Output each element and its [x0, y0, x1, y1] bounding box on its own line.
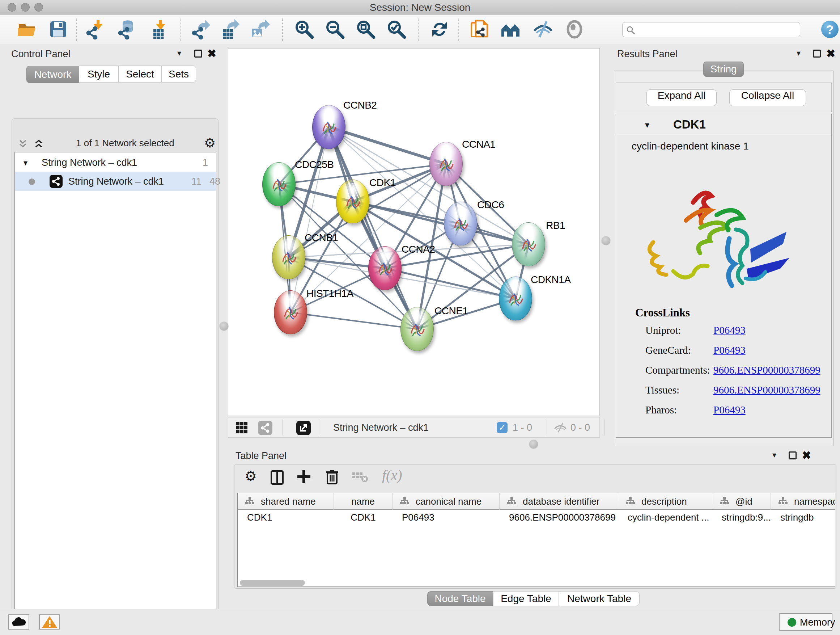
column-header-name[interactable]: name [334, 493, 393, 510]
hide-panel-button[interactable] [533, 19, 553, 40]
edge-HIST1H1A-CCNE1[interactable] [291, 312, 417, 329]
node-table[interactable]: shared namenamecanonical namedatabase id… [237, 493, 835, 587]
home-layout-button[interactable] [501, 19, 521, 40]
grid-view-icon[interactable] [235, 421, 248, 434]
tab-node-table[interactable]: Node Table [427, 591, 493, 606]
table-panel-menu-icon[interactable]: ▾ [772, 450, 776, 460]
node-CCNA1[interactable] [429, 142, 463, 186]
tab-network[interactable]: Network [26, 66, 79, 83]
results-panel-float-icon[interactable] [813, 50, 821, 57]
crosslink-link[interactable]: 9606.ENSP00000378699 [714, 364, 821, 376]
node-CCNB1[interactable] [272, 235, 305, 279]
cdk1-caret-icon[interactable]: ▾ [645, 120, 649, 130]
crosslink-link[interactable]: P06493 [714, 404, 745, 416]
tab-string[interactable]: String [703, 62, 744, 77]
expand-all-icon[interactable] [33, 138, 44, 149]
control-panel-float-icon[interactable] [194, 50, 202, 57]
import-network-database-button[interactable] [117, 19, 137, 40]
tab-style[interactable]: Style [79, 65, 118, 82]
import-network-file-button[interactable] [85, 19, 105, 40]
share-view-icon[interactable] [258, 421, 272, 435]
zoom-out-icon [325, 19, 345, 40]
string-import-button[interactable] [470, 19, 490, 40]
table-cell[interactable]: CDK1 [334, 512, 393, 526]
export-network-button[interactable] [191, 19, 211, 40]
node-CDKN1A[interactable] [499, 277, 532, 321]
table-horizontal-scrollbar[interactable] [240, 580, 305, 586]
zoom-fit-button[interactable] [355, 19, 376, 40]
column-chooser-icon[interactable] [271, 470, 284, 485]
save-session-button[interactable] [48, 19, 68, 40]
column-header-canonical-name[interactable]: canonical name [393, 493, 500, 510]
show-panel-button[interactable] [564, 19, 584, 40]
control-panel-close-icon[interactable]: ✖ [207, 47, 216, 60]
network-options-gear-icon[interactable]: ⚙ [204, 135, 216, 150]
column-header-database-identifier[interactable]: database identifier [500, 493, 618, 510]
table-panel-close-icon[interactable]: ✖ [802, 449, 811, 462]
node-CDC6[interactable] [444, 202, 477, 246]
network-canvas[interactable]: CCNB2CCNA1CDC25BCDK1CDC6RB1CCNB1CCNA2CDK… [228, 48, 600, 416]
column-header-shared-name[interactable]: shared name [238, 493, 334, 510]
open-session-button[interactable] [17, 19, 37, 40]
crosslink-link[interactable]: P06493 [714, 325, 745, 336]
crosslink-link[interactable]: P06493 [714, 344, 745, 356]
table-cell[interactable]: stringdb [780, 512, 835, 526]
crosslink-link[interactable]: 9606.ENSP00000378699 [714, 384, 821, 396]
node-CDC25B[interactable] [262, 162, 295, 206]
column-header-description[interactable]: description [618, 493, 712, 510]
collection-caret-icon[interactable]: ▾ [24, 158, 27, 168]
zoom-out-button[interactable] [325, 19, 345, 40]
detach-view-icon[interactable] [296, 421, 311, 435]
expand-all-button[interactable]: Expand All [646, 89, 717, 106]
delete-column-icon[interactable] [325, 469, 339, 485]
table-cell[interactable]: 9606.ENSP00000378699 [509, 512, 618, 526]
hidden-eye-icon[interactable] [553, 422, 568, 433]
node-CCNE1[interactable] [401, 307, 434, 351]
memory-button[interactable]: Memory [779, 613, 832, 631]
node-CDK1[interactable] [336, 180, 369, 224]
control-panel: Control Panel ▾ ✖ Network Style Select S… [4, 44, 220, 607]
export-image-button[interactable] [249, 19, 270, 40]
node-HIST1H1A[interactable] [274, 290, 307, 334]
edge-CCNB2-CCNA1[interactable] [329, 127, 446, 164]
node-RB1[interactable] [512, 222, 545, 266]
selected-nodes-checkbox[interactable]: ✓ [497, 422, 508, 433]
node-CCNB2[interactable] [312, 105, 346, 149]
search-box[interactable] [622, 22, 800, 37]
results-panel-menu-icon[interactable]: ▾ [797, 49, 801, 58]
cdk1-section-header[interactable]: ▾ CDK1 [616, 114, 831, 135]
right-splitter-handle[interactable] [601, 236, 611, 245]
control-panel-menu-icon[interactable]: ▾ [177, 49, 181, 58]
tab-edge-table[interactable]: Edge Table [493, 591, 559, 606]
table-cell[interactable]: cyclin-dependent ... [628, 512, 712, 526]
tab-select[interactable]: Select [118, 65, 161, 82]
left-splitter-handle[interactable] [219, 321, 229, 331]
node-CCNA2[interactable] [368, 246, 401, 290]
zoom-selected-button[interactable] [386, 19, 407, 40]
eye-icon [564, 19, 584, 40]
table-cell[interactable]: stringdb:9... [722, 512, 771, 526]
add-column-icon[interactable] [297, 470, 311, 484]
warnings-button[interactable] [39, 614, 60, 630]
collapse-all-icon[interactable] [17, 138, 28, 149]
tab-sets[interactable]: Sets [161, 65, 196, 82]
results-panel-close-icon[interactable]: ✖ [826, 47, 835, 60]
table-cell[interactable]: P06493 [402, 512, 500, 526]
table-settings-gear-icon[interactable]: ⚙ [245, 468, 257, 484]
tab-network-label[interactable]: Network [27, 66, 79, 83]
network-row[interactable]: String Network – cdk1 11 48 [15, 172, 216, 191]
collapse-all-button[interactable]: Collapse All [729, 89, 806, 106]
column-header-namespace[interactable]: namespace [771, 493, 835, 510]
search-input[interactable] [638, 24, 794, 35]
refresh-view-button[interactable] [429, 19, 450, 40]
tab-network-table[interactable]: Network Table [559, 591, 639, 606]
table-panel-float-icon[interactable] [789, 451, 797, 459]
help-button[interactable]: ? [821, 21, 838, 38]
zoom-in-button[interactable] [294, 19, 314, 40]
table-cell[interactable]: CDK1 [247, 512, 334, 526]
network-collection-row[interactable]: ▾ String Network – cdk1 1 [15, 153, 216, 172]
column-header--id[interactable]: @id [712, 493, 771, 510]
import-table-button[interactable] [150, 19, 170, 40]
export-table-button[interactable] [220, 19, 240, 40]
cloud-button[interactable] [8, 614, 29, 630]
